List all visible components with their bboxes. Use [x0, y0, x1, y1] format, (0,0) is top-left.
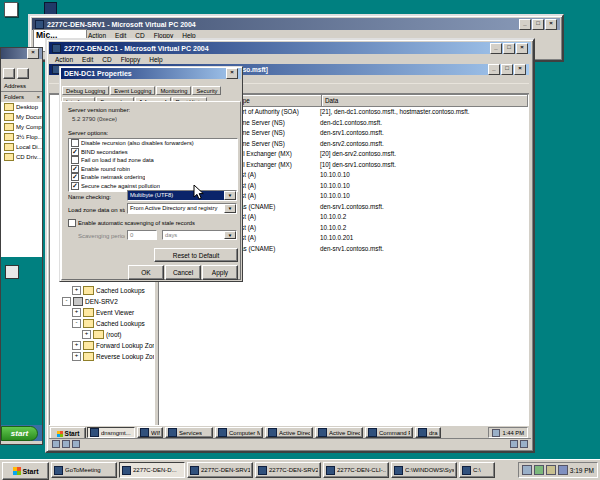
tree-item-cached-lookups[interactable]: -Cached Lookups	[50, 318, 154, 329]
tree-item-forward-lookup-zones[interactable]: +Forward Lookup Zones	[50, 340, 154, 351]
address-bar[interactable]: Address	[1, 81, 42, 91]
back-icon[interactable]	[3, 68, 15, 79]
tree-item-reverse-lookup-zones[interactable]: +Reverse Lookup Zones	[50, 351, 154, 362]
expand-icon[interactable]: +	[82, 330, 91, 339]
explorer-tree-item[interactable]: CD Driv...	[1, 152, 42, 162]
taskbar-button[interactable]: GoToMeeting	[51, 462, 117, 478]
taskbar-button[interactable]: Active Directo...	[265, 427, 313, 438]
column-header-data[interactable]: Data	[322, 95, 528, 107]
hdd-status-icon[interactable]	[510, 440, 518, 448]
taskbar-button[interactable]: 2277C-DEN-CLI-...	[323, 462, 389, 478]
srv1-titlebar[interactable]: 2277C-DEN-SRV1 - Microsoft Virtual PC 20…	[32, 18, 560, 30]
taskbar-button[interactable]: Computer Ma...	[215, 427, 263, 438]
scavenging-period-input[interactable]: 0	[127, 230, 157, 240]
column-header-type[interactable]: Type	[233, 95, 322, 107]
server-option-row[interactable]: Fail on load if bad zone data	[69, 156, 237, 165]
network-status-icon[interactable]	[72, 440, 80, 448]
tray-icon[interactable]	[522, 465, 532, 475]
dialog-titlebar[interactable]: DEN-DC1 Properties ×	[61, 68, 241, 79]
vpc-window-dc1[interactable]: 2277C-DEN-DC1 - Microsoft Virtual PC 200…	[45, 38, 535, 453]
dc1-menu-action[interactable]: Action	[55, 56, 73, 63]
desktop-icon-my-documents[interactable]	[4, 2, 18, 17]
explorer-tree-item[interactable]: My Compu...	[1, 122, 42, 132]
taskbar-button[interactable]: C:\WINDOWS\Sys...	[391, 462, 457, 478]
maximize-icon[interactable]: □	[532, 19, 544, 30]
explorer-tree-item[interactable]: My Docum...	[1, 112, 42, 122]
ok-button[interactable]: OK	[128, 265, 164, 280]
forward-icon[interactable]	[17, 68, 29, 79]
server-option-row[interactable]: Disable recursion (also disables forward…	[69, 139, 237, 148]
minimize-icon[interactable]: _	[488, 64, 500, 75]
load-zone-select[interactable]: From Active Directory and registry ▼	[127, 203, 237, 214]
checked-checkbox[interactable]: ✓	[71, 182, 79, 190]
checked-checkbox[interactable]: ✓	[71, 148, 79, 156]
collapse-icon[interactable]: -	[72, 319, 81, 328]
checkbox[interactable]	[68, 219, 76, 227]
taskbar-button[interactable]: Services	[165, 427, 213, 438]
fullscreen-status-icon[interactable]	[520, 440, 528, 448]
reset-to-default-button[interactable]: Reset to Default	[154, 248, 238, 262]
taskbar-button[interactable]: dra	[415, 427, 441, 438]
explorer-tree-item[interactable]: Desktop	[1, 102, 42, 112]
close-icon[interactable]: ×	[27, 48, 39, 59]
tree-item-den-srv2[interactable]: -DEN-SRV2	[50, 296, 154, 307]
scavenging-unit-select[interactable]: days ▼	[162, 230, 237, 240]
collapse-icon[interactable]: -	[62, 297, 71, 306]
guest-start-button[interactable]: Start	[50, 427, 86, 438]
tree-item--root-[interactable]: +(root)	[50, 329, 154, 340]
close-icon[interactable]: ×	[514, 64, 526, 75]
tray-icon[interactable]	[492, 429, 500, 437]
taskbar-button[interactable]: Command Pro...	[365, 427, 413, 438]
taskbar-button[interactable]: Active Directo...	[315, 427, 363, 438]
dc1-menu-edit[interactable]: Edit	[82, 56, 93, 63]
taskbar-button[interactable]: 2277C-DEN-SRV1...	[187, 462, 253, 478]
server-option-row[interactable]: ✓Secure cache against pollution	[69, 182, 237, 191]
tray-icon[interactable]	[546, 465, 556, 475]
expand-icon[interactable]: +	[72, 352, 81, 361]
chevron-down-icon[interactable]: ▼	[224, 204, 236, 213]
explorer-tree-item[interactable]: 3½ Flop...	[1, 132, 42, 142]
taskbar-button[interactable]: C:\	[459, 462, 495, 478]
expand-icon[interactable]: +	[72, 341, 81, 350]
tree-item-cached-lookups[interactable]: +Cached Lookups	[50, 285, 154, 296]
left-vm-window[interactable]: × Address Folders × DesktopMy Docum...My…	[0, 47, 43, 445]
guest-start-button[interactable]: start	[1, 426, 38, 441]
server-option-row[interactable]: ✓Enable netmask ordering	[69, 173, 237, 182]
expand-icon[interactable]: +	[72, 286, 81, 295]
close-icon[interactable]: ×	[226, 68, 238, 79]
taskbar-button[interactable]: 2277C-DEN-D...	[119, 462, 185, 478]
scavenging-checkbox-row[interactable]: Enable automatic scavenging of stale rec…	[68, 219, 236, 227]
checked-checkbox[interactable]: ✓	[71, 173, 79, 181]
tray-icon[interactable]	[534, 465, 544, 475]
taskbar-button[interactable]: 2277C-DEN-SRV2...	[255, 462, 321, 478]
dc1-menu-help[interactable]: Help	[149, 56, 162, 63]
expand-icon[interactable]: +	[72, 308, 81, 317]
left-vm-titlebar[interactable]: ×	[1, 48, 42, 59]
chevron-down-icon[interactable]: ▼	[224, 191, 236, 200]
dc1-menu-floppy[interactable]: Floppy	[121, 56, 141, 63]
close-icon[interactable]: ×	[516, 43, 528, 54]
host-start-button[interactable]: Start	[2, 462, 49, 480]
guest-desktop-icon[interactable]	[5, 265, 19, 279]
server-option-row[interactable]: ✓Enable round robin	[69, 165, 237, 174]
maximize-icon[interactable]: □	[501, 64, 513, 75]
minimize-icon[interactable]: _	[519, 19, 531, 30]
cancel-button[interactable]: Cancel	[165, 265, 201, 280]
chevron-down-icon[interactable]: ▼	[224, 231, 236, 239]
taskbar-button[interactable]: dnsmgmt...	[87, 427, 135, 438]
tray-icon[interactable]	[558, 465, 568, 475]
checkbox[interactable]	[71, 139, 79, 147]
minimize-icon[interactable]: _	[490, 43, 502, 54]
checkbox[interactable]	[71, 156, 79, 164]
maximize-icon[interactable]: □	[503, 43, 515, 54]
explorer-tree-item[interactable]: Local Di...	[1, 142, 42, 152]
tree-item-event-viewer[interactable]: +Event Viewer	[50, 307, 154, 318]
checked-checkbox[interactable]: ✓	[71, 165, 79, 173]
dc1-menu-cd[interactable]: CD	[102, 56, 111, 63]
apply-button[interactable]: Apply	[202, 265, 238, 280]
close-icon[interactable]: ×	[545, 19, 557, 30]
floppy-status-icon[interactable]	[52, 440, 60, 448]
dc1-titlebar[interactable]: 2277C-DEN-DC1 - Microsoft Virtual PC 200…	[49, 42, 531, 54]
properties-dialog[interactable]: DEN-DC1 Properties × Debug LoggingEvent …	[59, 66, 243, 282]
close-icon[interactable]: ×	[36, 92, 40, 102]
